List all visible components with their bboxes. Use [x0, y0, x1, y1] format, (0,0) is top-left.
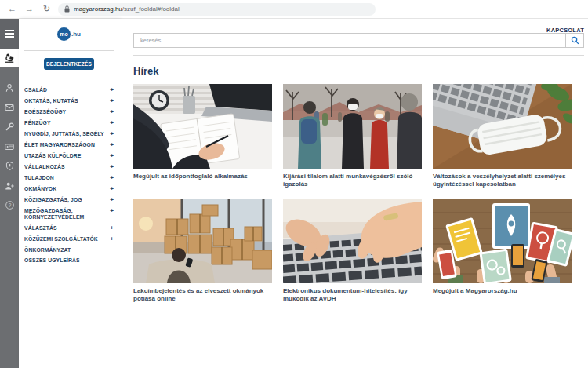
sidebar-item-kozuzemi[interactable]: KÖZÜZEMI SZOLGÁLTATÓK+ [24, 234, 114, 245]
divider [24, 78, 114, 78]
wrench-icon [4, 122, 15, 133]
divider [133, 55, 584, 56]
news-caption: Megújult a Magyarország.hu [433, 287, 568, 295]
category-menu: CSALÁD+ OKTATÁS, KUTATÁS+ EGÉSZSÉGÜGY+ P… [19, 85, 119, 266]
plus-icon: + [110, 120, 114, 126]
news-image-moving-boxes [133, 199, 272, 283]
plus-icon: + [110, 87, 114, 93]
sidebar-item-csalad[interactable]: CSALÁD+ [24, 85, 114, 96]
shield-icon [5, 161, 15, 171]
sidebar-item-tulajdon[interactable]: TULAJDON+ [24, 173, 114, 184]
news-image-devices [433, 199, 572, 283]
sidebar-item-okmanyok[interactable]: OKMÁNYOK+ [24, 184, 114, 195]
reload-icon[interactable]: ↻ [41, 3, 53, 15]
person-icon [4, 82, 15, 93]
main-content: KAPCSOLAT Hírek [119, 19, 588, 368]
icon-rail: ? [0, 19, 19, 368]
news-caption: Lakcímbejelentés és az elveszett okmányo… [133, 287, 268, 304]
rail-item-service-desk[interactable] [0, 49, 19, 67]
sidebar-item-oktatas-kutatas[interactable]: OKTATÁS, KUTATÁS+ [24, 96, 114, 107]
news-card-avdh[interactable]: Elektronikus dokumentum-hitelesítés: így… [283, 199, 422, 304]
logo-circle: mo [57, 27, 71, 41]
divider [24, 50, 114, 51]
plus-icon: + [110, 175, 114, 181]
url-path: /szuf_fooldal#fooldal [122, 5, 180, 13]
forward-icon[interactable]: → [24, 3, 35, 15]
plus-icon: + [110, 142, 114, 148]
sidebar-item-valasztas[interactable]: VÁLASZTÁS+ [24, 223, 114, 234]
news-card-kijarasi-tilalom[interactable]: Kijárási tilalom alatti munkavégzésről s… [283, 84, 422, 189]
add-user-icon [4, 180, 15, 191]
news-card-megujult-mohu[interactable]: Megújult a Magyarország.hu [433, 199, 572, 304]
sidebar-item-egeszsegugy[interactable]: EGÉSZSÉGÜGY+ [24, 107, 114, 118]
service-desk-icon [4, 53, 15, 64]
news-image-mask-laptop [433, 84, 572, 169]
news-caption: Megújult az időpontfoglaló alkalmazás [133, 173, 268, 180]
sidebar: mo .hu BEJELENTKEZÉS CSALÁD+ OKTATÁS, KU… [19, 19, 119, 368]
plus-icon: + [110, 98, 114, 104]
sidebar-item-kozigazgatas-jog[interactable]: KÖZIGAZGATÁS, JOG+ [24, 195, 114, 206]
url-text: magyarorszag.hu/szuf_fooldal#fooldal [74, 5, 180, 13]
mo-hu-logo[interactable]: mo .hu [19, 22, 119, 46]
plus-icon: + [110, 208, 114, 214]
hamburger-menu-icon[interactable] [0, 19, 19, 49]
news-image-planner [133, 84, 272, 169]
address-bar[interactable]: magyarorszag.hu/szuf_fooldal#fooldal [58, 3, 376, 16]
plus-icon: + [110, 153, 114, 159]
plus-icon: + [110, 164, 114, 170]
plus-icon: + [110, 109, 114, 115]
sidebar-item-onkormanyzat[interactable]: ÖNKORMÁNYZAT [24, 245, 114, 256]
search-button[interactable] [565, 33, 584, 48]
rail-item-tools[interactable] [0, 117, 19, 137]
help-icon: ? [5, 200, 15, 210]
news-card-veszelyhelyzet[interactable]: Változások a veszélyhelyzet alatti szemé… [433, 84, 572, 189]
news-card-lakcimbejelentes[interactable]: Lakcímbejelentés és az elveszett okmányo… [133, 199, 272, 304]
browser-toolbar: ← → ↻ magyarorszag.hu/szuf_fooldal#foold… [0, 0, 588, 19]
plus-icon: + [110, 197, 114, 203]
news-caption: Változások a veszélyhelyzet alatti szemé… [433, 173, 568, 189]
news-grid: Megújult az időpontfoglaló alkalmazás [133, 84, 584, 304]
plus-icon: + [110, 236, 114, 242]
svg-text:?: ? [8, 202, 11, 208]
news-image-winter-street [283, 84, 422, 169]
rail-item-security[interactable] [0, 156, 19, 176]
sidebar-item-osszes-ugyleiras[interactable]: ÖSSZES ÜGYLEÍRÁS [24, 255, 114, 266]
plus-icon: + [110, 186, 114, 192]
id-card-icon [4, 141, 15, 152]
url-domain: magyarorszag.hu [74, 5, 122, 13]
lock-icon [64, 5, 70, 13]
sidebar-item-penzugy[interactable]: PÉNZÜGY+ [24, 118, 114, 129]
search-input[interactable] [133, 33, 565, 48]
search-icon [571, 36, 579, 45]
sidebar-item-nyugdij[interactable]: NYUGDÍJ, JUTTATÁS, SEGÉLY+ [24, 129, 114, 140]
back-icon[interactable]: ← [6, 3, 18, 15]
page: ← → ↻ magyarorszag.hu/szuf_fooldal#foold… [0, 0, 588, 368]
sidebar-item-utazas-kulfoldre[interactable]: UTAZÁS KÜLFÖLDRE+ [24, 151, 114, 162]
news-caption: Kijárási tilalom alatti munkavégzésről s… [283, 173, 418, 189]
rail-item-documents[interactable] [0, 137, 19, 156]
plus-icon: + [110, 225, 114, 231]
news-image-typing-hands [283, 199, 422, 283]
rail-item-messages[interactable] [0, 97, 19, 117]
plus-icon: + [110, 131, 114, 137]
rail-item-profile[interactable] [0, 78, 19, 97]
news-section-title: Hírek [133, 65, 584, 77]
login-button[interactable]: BEJELENTKEZÉS [44, 58, 94, 70]
news-card-idopontfoglalo[interactable]: Megújult az időpontfoglaló alkalmazás [133, 84, 272, 189]
sidebar-item-vallalkozas[interactable]: VÁLLALKOZÁS+ [24, 162, 114, 173]
sidebar-item-elet-magyarorszagon[interactable]: ÉLET MAGYARORSZÁGON+ [24, 140, 114, 151]
mail-icon [4, 102, 15, 113]
rail-item-help[interactable]: ? [0, 195, 19, 215]
news-caption: Elektronikus dokumentum-hitelesítés: így… [283, 287, 418, 304]
rail-item-add-user[interactable] [0, 176, 19, 195]
logo-suffix: .hu [71, 31, 81, 38]
sidebar-item-mezogazdasag[interactable]: MEZŐGAZDASÁG, KÖRNYEZETVÉDELEM+ [24, 206, 114, 223]
